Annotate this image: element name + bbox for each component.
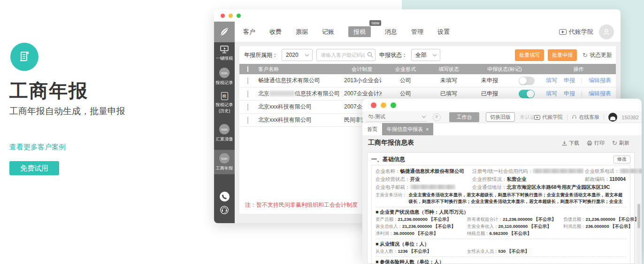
nav-management[interactable]: 管理 xyxy=(411,28,423,36)
academy-label: 代账学院 xyxy=(569,28,593,36)
stat-value: 21,236.000000 xyxy=(586,217,615,222)
close-traffic-light[interactable] xyxy=(371,102,376,108)
batch-declare-button[interactable]: 批量申报 xyxy=(548,49,577,61)
select-all-checkbox[interactable] xyxy=(247,66,248,72)
edit-report-link[interactable]: 编辑报表 xyxy=(589,77,611,85)
not-public-tag: 【不公示】 xyxy=(416,231,438,236)
sidebar-item-label: 汇算清缴 xyxy=(216,136,233,141)
academy-link[interactable]: 代账学院 xyxy=(534,114,563,121)
placeholder-icon: icon xyxy=(219,153,230,163)
phone-icon[interactable] xyxy=(220,192,230,202)
field-label: 注册号/统一社会信用代码： xyxy=(472,168,533,174)
support-headset-icon[interactable] xyxy=(220,205,229,217)
nav-customers[interactable]: 客户 xyxy=(243,28,255,36)
doc-circle-icon[interactable] xyxy=(433,113,441,121)
female-count: 530 xyxy=(498,248,506,254)
video-play-icon xyxy=(559,29,567,35)
redacted-phone xyxy=(620,169,642,173)
not-public-tag: 【不公示】 xyxy=(433,224,456,229)
nav-billing[interactable]: 收费 xyxy=(269,28,282,36)
declare-status-select[interactable]: 全部 xyxy=(411,49,440,61)
fill-status: 已填写 xyxy=(429,90,468,98)
stat-value: 20,110.000000 xyxy=(498,224,528,229)
nav-settings[interactable]: 设置 xyxy=(437,28,450,36)
tab-home[interactable]: 首页 xyxy=(362,123,382,135)
maximize-traffic-light[interactable] xyxy=(391,102,396,108)
employee-count: 1236 xyxy=(398,248,408,254)
table-row: 畅捷通信息技术有限公司 2013小企业会计准则 公司 未填写 未申报 填写 申报 xyxy=(239,74,616,87)
batch-fill-button[interactable]: 批量填写 xyxy=(515,49,544,61)
fill-link[interactable]: 填写 xyxy=(546,77,557,85)
minimize-traffic-light[interactable] xyxy=(229,14,233,18)
row-checkbox[interactable] xyxy=(247,78,248,84)
download-button[interactable]: 下载 xyxy=(562,140,579,147)
sidebar-item-filing-records[interactable]: icon 报税记录 xyxy=(214,64,235,89)
nav-invoices[interactable]: 票据 xyxy=(296,28,308,36)
table-header-row: 客户名称 会计制度 企业形式 填写状态 申报状态(标记) 操作 xyxy=(239,64,616,74)
refresh-icon: ↻ xyxy=(612,140,617,146)
field-label: 企业通信地址： xyxy=(472,184,507,190)
academy-link[interactable]: 代账学院 xyxy=(559,28,593,36)
minimize-traffic-light[interactable] xyxy=(381,102,386,108)
stat-value: 21,236.000000 xyxy=(398,217,428,222)
app-toolbar: 匀-测试 工作台 切换旧版 未认证 代账学院 xyxy=(362,111,642,123)
period-select[interactable]: 2020 xyxy=(282,49,313,61)
chevron-down-icon xyxy=(305,52,309,56)
row-checkbox[interactable] xyxy=(247,117,248,124)
stat-value: 6.562300 xyxy=(490,231,508,236)
status-update-button[interactable]: ↻ 状态更新 xyxy=(583,51,612,59)
user-avatar[interactable] xyxy=(608,113,617,122)
customer-name: 北京xxx科技有限公司 xyxy=(256,103,342,111)
close-traffic-light[interactable] xyxy=(221,14,225,18)
sidebar-item-filing-records-history[interactable]: 税 报税记录 (历史) xyxy=(214,89,235,117)
maximize-traffic-light[interactable] xyxy=(237,14,241,18)
refresh-button[interactable]: ↻ 刷新 xyxy=(612,140,629,147)
sidebar-item-one-click-filing[interactable]: 一键报税 xyxy=(214,42,235,64)
nav-right: 代账学院 xyxy=(559,22,614,42)
company-address: 北京市海淀区永丰路68号用友产业园区东区19C xyxy=(507,184,610,190)
free-trial-button[interactable]: 免费试用 xyxy=(9,161,59,175)
declare-toggle[interactable] xyxy=(519,90,535,98)
nav-tax-filing[interactable]: 报税 xyxy=(348,26,371,37)
declare-link[interactable]: 申报 xyxy=(564,90,575,98)
holding-type: 私营企业 xyxy=(507,176,527,182)
workbench-button[interactable]: 工作台 xyxy=(449,112,479,122)
printer-icon xyxy=(587,140,592,146)
declare-status: 已申报 xyxy=(481,90,498,98)
sidebar-item-final-settlement[interactable]: icon 汇算清缴 xyxy=(214,121,235,145)
filter-bar: 年报所属期： 2020 申报状态： 全部 xyxy=(239,46,616,64)
print-button[interactable]: 打印 xyxy=(587,140,605,147)
fill-link[interactable]: 填写 xyxy=(546,90,557,98)
online-support-link[interactable]: 在线客服 xyxy=(572,114,599,121)
edit-report-link[interactable]: 编辑报表 xyxy=(589,90,611,98)
scrollbar-track xyxy=(637,203,640,264)
more-cases-link[interactable]: 查看更多客户案例 xyxy=(9,143,66,152)
customer-name: 北京xxx科技有限公司 xyxy=(256,116,342,124)
nav-bookkeeping[interactable]: 记账 xyxy=(322,28,334,36)
declare-toggle[interactable] xyxy=(519,77,535,85)
row-checkbox[interactable] xyxy=(247,91,248,97)
col-fill-status: 填写状态 xyxy=(429,66,468,73)
user-avatar[interactable] xyxy=(599,24,614,39)
nav-messages[interactable]: 消息 xyxy=(385,28,397,36)
report-body: 一、基础信息 修改 企业名称：畅捷通信息技术股份有限公司 注册号/统一社会信用代… xyxy=(362,150,642,264)
not-public-tag: 【不公示】 xyxy=(534,217,556,222)
section-title: 一、基础信息 xyxy=(371,155,405,163)
org-select[interactable]: 匀-测试 xyxy=(366,112,427,122)
not-public-tag: 【不公示】 xyxy=(429,217,452,222)
declare-link[interactable]: 申报 xyxy=(564,77,575,85)
download-icon xyxy=(562,140,567,146)
sidebar-item-annual-report[interactable]: icon 工商年报 xyxy=(214,150,235,174)
switch-old-version-button[interactable]: 切换旧版 xyxy=(486,112,515,122)
scrollbar-thumb[interactable] xyxy=(637,204,640,228)
tab-close-icon[interactable]: × xyxy=(426,126,429,132)
fill-status: 未填写 xyxy=(429,77,468,85)
employment-section-title: ■ 从业情况（单位：人） xyxy=(376,241,626,248)
row-checkbox[interactable] xyxy=(247,104,248,110)
page-title: 工商年报 xyxy=(9,78,88,104)
tab-annual-report[interactable]: 年报信息申报表 × xyxy=(382,123,433,135)
field-label: 企业联系电话： xyxy=(585,168,620,174)
edit-button[interactable]: 修改 xyxy=(613,155,630,163)
dashed-divider xyxy=(376,207,626,207)
scroll-document-icon xyxy=(17,50,31,64)
